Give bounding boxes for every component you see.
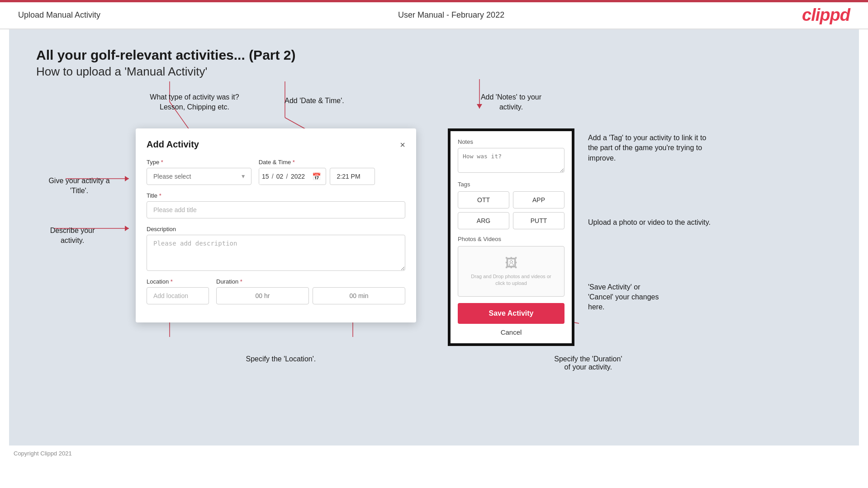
duration-group: Duration * <box>216 278 405 304</box>
top-bar: Upload Manual Activity User Manual - Feb… <box>0 0 868 29</box>
upload-photo-annotation: Upload a photo or video to the activity. <box>588 218 715 227</box>
duration-label: Duration * <box>216 278 405 285</box>
tag-arg[interactable]: ARG <box>458 212 509 229</box>
phone-mockup: Notes Tags OTT APP ARG PUTT Photos & Vid… <box>448 128 574 346</box>
description-row: Description <box>147 226 405 271</box>
describe-annotation: Describe your activity. <box>36 226 109 245</box>
specify-duration-annotation: Specify the 'Duration' of your activity. <box>554 355 622 371</box>
tag-app[interactable]: APP <box>513 191 564 208</box>
save-activity-button[interactable]: Save Activity <box>458 303 564 324</box>
location-input[interactable] <box>147 287 209 304</box>
modal-area: Add Activity × Type * Please <box>136 128 416 346</box>
datetime-inputs: / / 📅 <box>259 168 405 185</box>
type-label: Type * <box>147 159 251 166</box>
type-select-wrapper: Please select ▼ <box>147 168 251 185</box>
notes-section-label: Notes <box>458 138 564 145</box>
cancel-button[interactable]: Cancel <box>501 328 522 336</box>
title-input[interactable] <box>147 201 405 218</box>
gap <box>416 128 439 346</box>
duration-inputs <box>216 287 405 304</box>
give-title-annotation: Give your activity a 'Title'. <box>43 176 115 195</box>
location-label: Location * <box>147 278 209 285</box>
title-label: Title * <box>147 192 405 199</box>
datetime-group: Date & Time * / / 📅 <box>259 159 405 185</box>
modal-close-button[interactable]: × <box>400 140 405 149</box>
left-annotations: Give your activity a 'Title'. Describe y… <box>36 128 136 346</box>
description-group: Description <box>147 226 405 271</box>
description-input[interactable] <box>147 235 405 271</box>
main-heading: All your golf-relevant activities... (Pa… <box>36 47 832 63</box>
specify-location-annotation: Specify the 'Location'. <box>246 355 316 371</box>
tag-ott[interactable]: OTT <box>458 191 509 208</box>
duration-hr-input[interactable] <box>216 287 309 304</box>
upload-icon: 🖼 <box>505 256 517 270</box>
right-annotations: Add a 'Tag' to your activity to link it … <box>574 128 715 346</box>
bottom-annotations: Specify the 'Location'. Specify the 'Dur… <box>36 355 832 371</box>
tags-grid: OTT APP ARG PUTT <box>458 191 564 229</box>
date-time-annotation: Add 'Date & Time'. <box>276 96 353 106</box>
type-select[interactable]: Please select <box>147 168 251 185</box>
footer: Copyright Clippd 2021 <box>0 445 868 461</box>
time-input[interactable] <box>330 168 375 185</box>
date-input[interactable]: / / 📅 <box>259 168 327 185</box>
page-wrapper: Upload Manual Activity User Manual - Feb… <box>0 0 868 461</box>
main-row: Give your activity a 'Title'. Describe y… <box>36 128 832 346</box>
description-label: Description <box>147 226 405 232</box>
main-content: All your golf-relevant activities... (Pa… <box>9 29 859 445</box>
page-title: Upload Manual Activity <box>18 10 100 20</box>
tag-putt[interactable]: PUTT <box>513 212 564 229</box>
main-subheading: How to upload a 'Manual Activity' <box>36 65 832 79</box>
date-year[interactable] <box>288 168 308 185</box>
save-cancel-annotation: 'Save Activity' or 'Cancel' your changes… <box>588 282 715 313</box>
datetime-label: Date & Time * <box>259 159 405 166</box>
what-type-annotation: What type of activity was it? Lesson, Ch… <box>149 92 240 112</box>
add-activity-modal: Add Activity × Type * Please <box>136 128 416 322</box>
location-group: Location * <box>147 278 209 304</box>
location-duration-row: Location * Duration * <box>147 278 405 304</box>
logo: clippd <box>802 5 850 25</box>
manual-title: User Manual - February 2022 <box>398 10 504 20</box>
notes-annotation-top: Add 'Notes' to your activity. <box>466 92 556 112</box>
calendar-icon[interactable]: 📅 <box>308 172 326 181</box>
top-annotations: What type of activity was it? Lesson, Ch… <box>36 92 832 128</box>
modal-title: Add Activity <box>147 139 199 150</box>
type-datetime-row: Type * Please select ▼ <box>147 159 405 185</box>
copyright: Copyright Clippd 2021 <box>14 450 72 457</box>
modal-header: Add Activity × <box>147 139 405 150</box>
date-month[interactable] <box>274 168 286 185</box>
title-group: Title * <box>147 192 405 218</box>
accent-bar <box>0 0 868 2</box>
add-tag-annotation: Add a 'Tag' to your activity to link it … <box>588 133 715 163</box>
tags-label: Tags <box>458 181 564 188</box>
date-day[interactable] <box>259 168 272 185</box>
photos-upload-area[interactable]: 🖼 Drag and Drop photos and videos or cli… <box>458 246 564 297</box>
type-group: Type * Please select ▼ <box>147 159 251 185</box>
photos-upload-text: Drag and Drop photos and videos or click… <box>471 273 551 287</box>
phone-area: Notes Tags OTT APP ARG PUTT Photos & Vid… <box>439 128 574 346</box>
notes-input[interactable] <box>458 148 564 173</box>
duration-min-input[interactable] <box>313 287 405 304</box>
photos-label: Photos & Videos <box>458 236 564 242</box>
title-row: Title * <box>147 192 405 218</box>
